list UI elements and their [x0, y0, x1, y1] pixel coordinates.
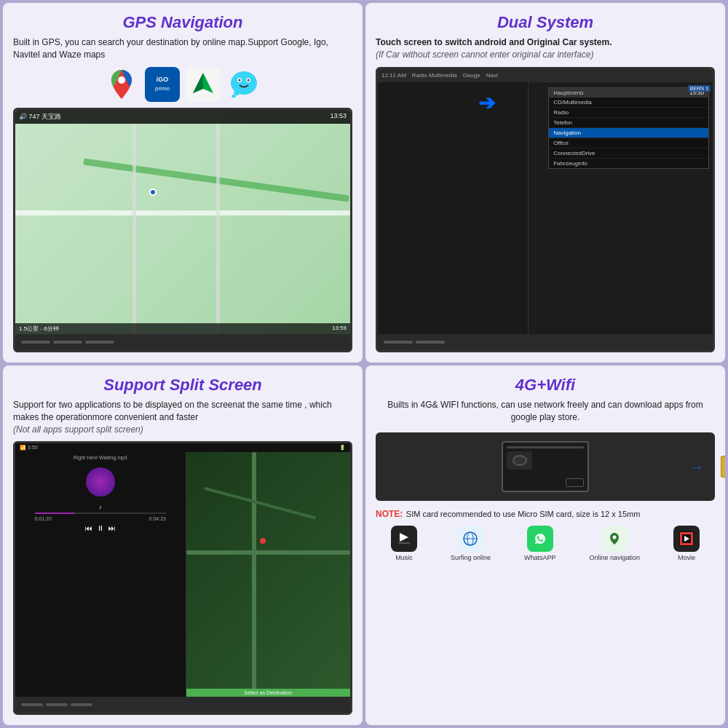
dual-arrow-icon: ➔ [478, 91, 495, 115]
svg-text:primo: primo [155, 85, 170, 92]
main-grid: GPS Navigation Built in GPS, you can sea… [0, 0, 728, 728]
gps-title: GPS Navigation [13, 13, 352, 32]
gps-screen: 🔊 747 天宝路 13:53 1.5公里 - 6分钟 13:59 [13, 108, 352, 352]
split-cell: Support Split Screen Support for two app… [3, 365, 363, 725]
surfing-icon [457, 526, 483, 552]
nav-icon [601, 526, 628, 552]
movie-icon [673, 526, 700, 552]
svg-rect-14 [398, 542, 410, 544]
nav-feature: Online navigation [589, 526, 640, 561]
svg-point-11 [232, 95, 236, 98]
feature-icons: Music Surfing online [376, 526, 715, 561]
split-title: Support Split Screen [13, 376, 352, 395]
igo-icon: iGO primo [145, 67, 180, 102]
svg-rect-22 [680, 532, 693, 534]
sim-card-icon [721, 456, 725, 478]
sim-arrow-icon: → [689, 458, 704, 475]
google-maps-icon [104, 67, 139, 102]
dual-screen: 12:11 AM Radio Multimedia Gauge Navi Hau… [376, 67, 715, 352]
svg-rect-23 [680, 543, 693, 545]
split-desc: Support for two applications to be displ… [13, 399, 352, 435]
svg-point-20 [613, 535, 617, 539]
dual-title: Dual System [376, 13, 715, 32]
surfing-feature: Surfing online [451, 526, 491, 561]
gps-desc: Built in GPS, you can search your destin… [13, 36, 352, 61]
svg-point-10 [234, 91, 240, 95]
svg-point-0 [118, 76, 125, 84]
whatsapp-feature: WhatsAPP [524, 526, 556, 561]
wifi-title: 4G+Wifi [376, 376, 715, 395]
svg-point-5 [231, 71, 257, 95]
device-back-image: → [376, 432, 715, 501]
navitel-icon [186, 67, 221, 102]
split-screen: 📶 3:50 🔋 Right Here Waiting.mp3 ♪ 0:01:2… [13, 441, 352, 715]
whatsapp-icon [527, 526, 553, 552]
svg-text:iGO: iGO [157, 76, 169, 83]
music-feature: Music [391, 526, 417, 561]
svg-rect-1 [145, 67, 180, 102]
dual-desc: Touch screen to switch android and Origi… [376, 36, 715, 61]
svg-rect-25 [691, 534, 693, 543]
dual-cell: Dual System Touch screen to switch andro… [365, 3, 725, 363]
gps-app-icons: iGO primo [13, 67, 352, 102]
gps-cell: GPS Navigation Built in GPS, you can sea… [3, 3, 363, 363]
waze-icon [226, 67, 261, 102]
note-section: NOTE: SIM card recommended to use Micro … [376, 507, 715, 520]
svg-rect-24 [680, 534, 682, 543]
wifi-desc: Builts in 4G& WIFI functions, can use ne… [376, 399, 715, 424]
svg-point-9 [248, 79, 250, 81]
music-icon [391, 526, 417, 552]
svg-point-8 [239, 79, 241, 81]
wifi-cell: 4G+Wifi Builts in 4G& WIFI functions, ca… [365, 365, 725, 725]
movie-feature: Movie [673, 526, 700, 561]
